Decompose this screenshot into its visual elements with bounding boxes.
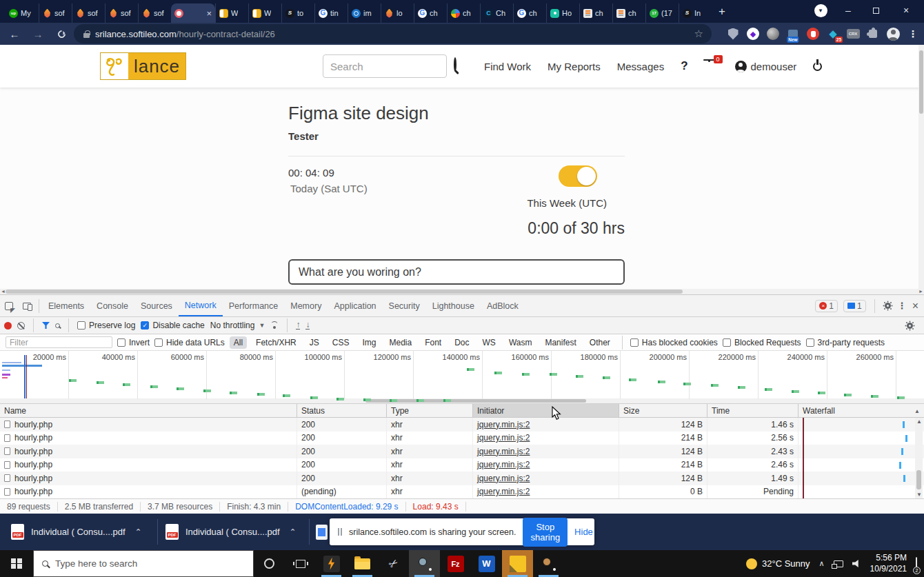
help-button[interactable]: ? [681, 59, 687, 73]
back-button[interactable]: ← [6, 23, 23, 45]
browser-tab[interactable]: Gch [414, 3, 447, 23]
taskbar-app-chrome-profile-1[interactable] [409, 550, 440, 577]
column-header-time[interactable]: Time [707, 404, 798, 417]
checkbox-unchecked[interactable] [806, 338, 814, 347]
chevron-up-icon[interactable]: ⌃ [290, 527, 297, 537]
checkbox-unchecked[interactable] [117, 338, 125, 347]
column-header-size[interactable]: Size [619, 404, 707, 417]
adblock-extension[interactable] [806, 27, 820, 41]
inspect-element-button[interactable] [0, 298, 18, 314]
memo-input[interactable] [288, 259, 625, 285]
devtools-menu-icon[interactable]: ⋮ [898, 301, 907, 311]
devtools-tab-performance[interactable]: Performance [223, 295, 285, 316]
scrollbar-thumb[interactable] [6, 290, 683, 294]
devtools-tab-security[interactable]: Security [383, 295, 426, 316]
profile-avatar[interactable] [886, 27, 900, 41]
stop-sharing-button[interactable]: Stop sharing [523, 518, 568, 547]
cell-name[interactable]: hourly.php [0, 418, 297, 432]
network-request-row[interactable]: hourly.php200xhrjquery.min.js:2124 B1.46… [0, 418, 924, 432]
checkbox-unchecked[interactable] [723, 338, 731, 347]
has-blocked-cookies-checkbox[interactable]: Has blocked cookies [630, 338, 718, 347]
tray-expand-icon[interactable]: ∧ [819, 559, 825, 568]
browser-tab[interactable]: ch [579, 3, 612, 23]
taskbar-app-file-explorer[interactable] [347, 550, 378, 577]
network-overview-timeline[interactable]: 20000 ms40000 ms60000 ms80000 ms100000 m… [0, 351, 924, 404]
network-request-row[interactable]: hourly.php200xhrjquery.min.js:2214 B2.56… [0, 432, 924, 445]
checkbox-unchecked[interactable] [630, 338, 639, 347]
taskbar-app-srilance-app[interactable] [502, 550, 533, 577]
scrollbar-thumb[interactable] [916, 470, 921, 489]
browser-tab[interactable]: Sto [281, 3, 314, 23]
logout-power-icon[interactable] [813, 62, 822, 71]
tracking-toggle[interactable] [559, 165, 597, 187]
devtools-tab-network[interactable]: Network [179, 295, 223, 316]
page-horizontal-scrollbar[interactable]: ◄ ► [0, 289, 924, 294]
scroll-right-arrow[interactable]: ► [918, 289, 923, 294]
close-window-button[interactable]: × [894, 0, 918, 21]
filter-type-fetch-xhr[interactable]: Fetch/XHR [252, 336, 301, 349]
download-item[interactable] [316, 514, 328, 550]
hide-data-urls-checkbox[interactable]: Hide data URLs [154, 338, 225, 347]
device-toolbar-button[interactable] [18, 298, 36, 314]
browser-tab[interactable]: sof [72, 3, 105, 23]
devtools-tab-adblock[interactable]: AdBlock [481, 295, 525, 316]
invert-checkbox[interactable]: Invert [117, 338, 150, 347]
initiator-link[interactable]: jquery.min.js:2 [477, 420, 530, 429]
media-controls-button[interactable]: ▼ [808, 0, 833, 21]
filter-icon[interactable] [42, 322, 50, 329]
browser-tab[interactable]: W [215, 3, 248, 23]
import-har-icon[interactable]: ↑ [296, 321, 300, 330]
search-network-icon[interactable] [55, 323, 60, 328]
download-item[interactable]: Individual ( Consu....pdf ⌃ [165, 514, 297, 550]
cell-name[interactable]: hourly.php [0, 458, 297, 472]
hide-share-bar-link[interactable]: Hide [574, 527, 593, 537]
3rd-party-requests-checkbox[interactable]: 3rd-party requests [806, 338, 885, 347]
export-har-icon[interactable]: ↓ [305, 321, 310, 330]
taskbar-search[interactable]: Type here to search [33, 550, 254, 577]
initiator-link[interactable]: jquery.min.js:2 [477, 433, 530, 443]
network-filter-input[interactable] [6, 336, 112, 348]
cortana-button[interactable] [254, 550, 285, 577]
taskbar-clock[interactable]: 5:56 PM 10/9/2021 [870, 553, 907, 574]
browser-tab[interactable]: SIn [679, 3, 712, 23]
filter-type-other[interactable]: Other [585, 336, 614, 349]
network-request-row[interactable]: hourly.php200xhrjquery.min.js:2124 B1.49… [0, 472, 924, 485]
devtools-tab-application[interactable]: Application [328, 295, 382, 316]
minimize-button[interactable]: – [836, 0, 861, 21]
devtools-tab-lighthouse[interactable]: Lighthouse [426, 295, 481, 316]
site-search-button[interactable] [454, 59, 469, 74]
column-header-waterfall[interactable]: Waterfall [798, 404, 924, 417]
darkmode-extension[interactable] [766, 27, 780, 41]
tab-close-icon[interactable]: × [206, 9, 212, 18]
browser-menu[interactable]: ⋮ [906, 27, 920, 41]
browser-tab[interactable]: sof [39, 3, 72, 23]
filter-type-media[interactable]: Media [385, 336, 416, 349]
filter-type-doc[interactable]: Doc [450, 336, 473, 349]
issues-badge[interactable]: 1 [843, 300, 866, 312]
devtools-tab-elements[interactable]: Elements [42, 295, 90, 316]
throttling-select[interactable]: No throttling▼ [210, 321, 265, 330]
column-header-type[interactable]: Type [386, 404, 472, 417]
crx-extension[interactable]: CRX [846, 27, 860, 41]
devtools-tab-memory[interactable]: Memory [284, 295, 328, 316]
disable-cache-checkbox[interactable]: ✓Disable cache [141, 321, 204, 330]
scrollbar-thumb[interactable] [919, 50, 923, 114]
task-view-button[interactable] [285, 550, 316, 577]
preserve-log-checkbox[interactable]: Preserve log [77, 321, 135, 330]
devtools-close-icon[interactable]: × [912, 300, 918, 312]
initiator-link[interactable]: jquery.min.js:2 [477, 447, 530, 456]
cell-name[interactable]: hourly.php [0, 445, 297, 458]
column-header-initiator[interactable]: Initiator [472, 404, 619, 417]
scroll-down-arrow[interactable]: ▼ [916, 492, 922, 498]
network-request-row[interactable]: hourly.php200xhrjquery.min.js:2124 B2.43… [0, 445, 924, 458]
taskbar-app-snipping-tool[interactable]: ✂ [378, 550, 409, 577]
taskbar-app-flash-app[interactable] [316, 550, 347, 577]
download-item[interactable]: Individual ( Consu....pdf ⌃ [11, 514, 142, 550]
filter-type-all[interactable]: All [230, 336, 247, 349]
column-header-status[interactable]: Status [297, 404, 386, 417]
browser-tab[interactable]: W [248, 3, 281, 23]
checkbox-checked[interactable]: ✓ [141, 321, 149, 330]
weather-widget[interactable]: 32°C Sunny [746, 558, 810, 569]
page-vertical-scrollbar[interactable] [918, 45, 924, 289]
taskbar-app-chrome-profile-2[interactable] [533, 550, 564, 577]
